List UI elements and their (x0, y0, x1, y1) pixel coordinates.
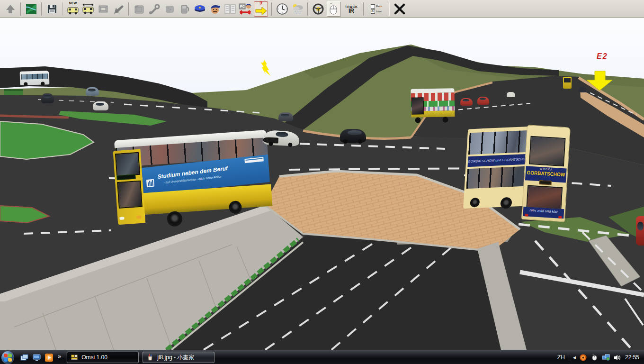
fuel-pump-button-disabled[interactable] (178, 2, 191, 16)
omsi-app-icon (71, 354, 78, 361)
quicklaunch-explorer[interactable] (19, 353, 29, 362)
car-white-left (93, 101, 108, 110)
toolbar-separator (271, 2, 272, 16)
insert-arrow-button[interactable] (112, 2, 125, 16)
options-checkboxes-button[interactable]: Fern Inter (367, 2, 385, 16)
bus-front (113, 149, 146, 225)
editor-toolbar: NEW (0, 0, 644, 18)
taskbar-button-label: jl8.jpg - 小畫家 (157, 354, 194, 362)
front-wheel (167, 211, 183, 227)
fuel-pump-icon (179, 3, 190, 15)
weather-button[interactable] (291, 2, 304, 16)
options-checkboxes-icon: Fern Inter (371, 4, 382, 14)
toolbar-separator (20, 2, 21, 16)
close-x-icon (394, 3, 406, 15)
mouse-icon (329, 3, 339, 15)
toolbar-separator (363, 2, 364, 16)
tray-network-icon[interactable] (602, 354, 610, 361)
sponge-icon (164, 3, 175, 15)
car-red-2 (477, 97, 489, 105)
car-white-far (507, 92, 515, 97)
windows-flag-icon (4, 354, 8, 357)
barn (4, 91, 23, 95)
far-small-bus (563, 77, 572, 89)
sponge-button-disabled[interactable] (163, 2, 176, 16)
distant-double-decker-bus (410, 88, 456, 124)
save-button[interactable] (45, 2, 59, 16)
tray-mouse-icon[interactable] (591, 354, 599, 361)
driver-face-icon (209, 3, 221, 15)
track-ir-label: TRACK IR (345, 5, 358, 13)
tray-separator (569, 354, 569, 361)
tray-orange-app-icon[interactable] (580, 354, 587, 361)
move-bus-button[interactable] (81, 2, 95, 16)
toolbar-separator (41, 2, 42, 16)
game-viewport[interactable]: E2 Studium neben dem Ber (0, 18, 644, 350)
main-double-decker-bus: Studium neben dem Beruf - auf Universitä… (112, 128, 274, 229)
map-tile-icon (26, 3, 37, 15)
clock-icon (276, 3, 288, 15)
bus-rear: WODKA GORBATSCHOW rein, mild und klar (521, 125, 571, 222)
bus-windshield (411, 97, 424, 114)
coach-windows (21, 73, 48, 79)
car-red-edge (636, 216, 644, 246)
annotation-e2: E2 (597, 52, 608, 61)
coach-bus (20, 71, 50, 85)
quicklaunch-chevron[interactable]: » (58, 353, 61, 360)
toolbar-separator (128, 2, 129, 16)
schedule-list-button-disabled[interactable] (224, 2, 237, 16)
move-bus-icon (82, 3, 94, 15)
mouse-control-button-active[interactable] (327, 1, 341, 17)
pc-label-glyph: PC (240, 5, 245, 8)
tray-volume-icon[interactable] (614, 354, 621, 361)
down-left-arrow-icon (113, 3, 124, 15)
system-tray: ZH ◀ 22:55 (557, 354, 644, 361)
right-double-decker-bus: GORBATSCHOW und GORBATSCHOW klar WODKA G… (463, 121, 570, 222)
question-label: ? (254, 1, 268, 5)
language-indicator[interactable]: ZH (557, 354, 565, 361)
route-helper-button-selected[interactable]: ? (254, 1, 268, 17)
new-label: NEW (66, 1, 80, 5)
taskbar-clock[interactable]: 22:55 (625, 354, 639, 361)
car-red-1 (460, 98, 473, 106)
toolbar-separator (62, 2, 63, 16)
toolbar-separator (389, 2, 390, 16)
start-button[interactable] (1, 351, 14, 364)
map-button[interactable] (25, 2, 38, 16)
taskbar-button-omsi[interactable]: Omsi 1.00 (67, 352, 139, 363)
jerrycan-icon (134, 3, 145, 15)
rear-route-display (539, 180, 552, 185)
track-ir-button[interactable]: TRACK IR (343, 2, 360, 16)
up-arrow-button[interactable] (4, 2, 17, 16)
car-dark-far-right (579, 87, 587, 92)
time-button[interactable] (276, 2, 289, 16)
delete-frame-button-disabled[interactable] (97, 2, 110, 16)
steering-button[interactable] (312, 2, 325, 16)
quicklaunch-media-player[interactable] (44, 353, 54, 362)
show-hidden-icons-arrow[interactable]: ◀ (573, 355, 576, 360)
media-player-icon (45, 354, 53, 362)
list-icon (224, 3, 236, 15)
frame-icon (98, 3, 109, 15)
taskbar-button-paint[interactable]: jl8.jpg - 小畫家 (143, 352, 215, 363)
quicklaunch-show-desktop[interactable] (32, 353, 41, 362)
repair-wrench-button[interactable] (148, 2, 161, 16)
new-bus-button[interactable]: NEW (66, 2, 80, 16)
pc-swap-icon: PC (239, 2, 252, 16)
yellow-arrow-icon (255, 7, 267, 15)
desktop-screen: NEW (0, 0, 644, 364)
police-cap-button[interactable] (193, 2, 206, 16)
close-editor-button[interactable] (393, 2, 406, 16)
pc-swap-button[interactable]: PC (239, 2, 252, 16)
windows-taskbar: » Omsi 1.00 jl8.jpg - 小畫家 ZH ◀ (0, 350, 644, 364)
explorer-icon (20, 354, 28, 361)
wrench-icon (149, 3, 160, 15)
jerrycan-button-disabled[interactable] (133, 2, 146, 16)
destination-display (116, 174, 136, 180)
side-ad-band: GORBATSCHOW und GORBATSCHOW klar (467, 154, 529, 167)
paint-app-icon (146, 354, 154, 361)
barn-roof (4, 89, 23, 91)
driver-button[interactable] (208, 2, 222, 16)
ad-badge (244, 157, 263, 163)
bus-side: GORBATSCHOW und GORBATSCHOW klar (463, 127, 531, 209)
